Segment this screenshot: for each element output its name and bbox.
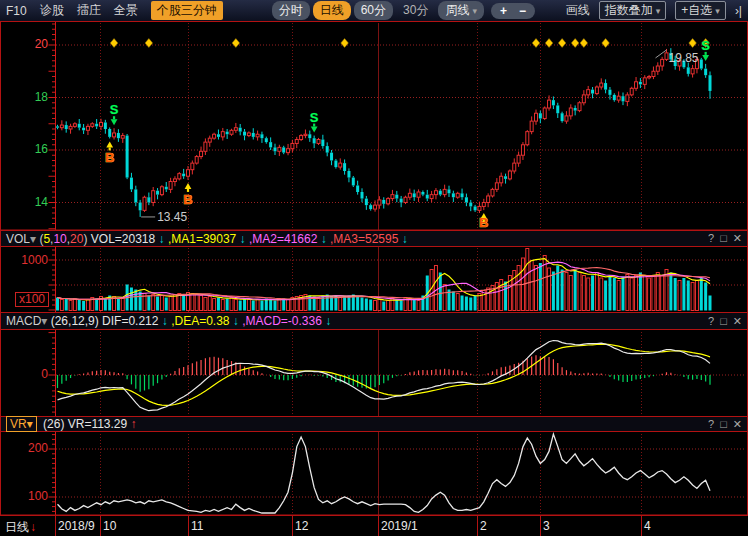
collapse-panel-icon[interactable]: ›| [735,4,742,18]
chart-canvas: BSBSBS13.4519.85 [0,0,748,536]
macd-layer [58,341,711,411]
macd-header-segment: ,MACD=-0.336 [242,314,322,328]
add-watchlist-label: +自选 [681,3,712,17]
buy-arrow-icon [185,183,192,189]
vol-header-icons: ?□✕ [702,232,742,245]
tab-intraday[interactable]: 分时 [272,1,310,20]
sell-signal-marker: S [701,38,710,53]
chevron-down-icon: ▾ [715,6,720,16]
draw-line-button[interactable]: 画线 [566,2,590,19]
sell-arrow-icon [702,55,709,61]
date-axis-separator [641,516,642,536]
event-diamond-icon [145,39,153,48]
tab-30min[interactable]: 30分 [396,1,435,20]
menu-overview[interactable]: 全景 [114,2,138,19]
vr-layer [58,434,711,513]
period-indicator[interactable]: 日线↓ [5,519,36,536]
macd-header-segment: ↓ [322,314,331,328]
tab-daily[interactable]: 日线 [313,1,351,20]
buy-signal-marker: B [479,215,488,230]
zoom-in-button[interactable]: + [500,4,507,18]
vr-indicator-selector[interactable]: VR▾ (26) VR=113.29 ↑ [6,417,137,431]
help-icon[interactable]: ? [708,232,714,244]
maximize-icon[interactable]: □ [720,315,727,327]
date-tick-label: 2018/9 [58,519,95,533]
vol-indicator-selector[interactable]: VOL▾ (5,10,20) VOL=20318 ↓ ,MA1=39037 ↓ … [6,232,408,246]
date-axis-separator [540,516,541,536]
vol-header-segment: VOL=20318 [91,232,155,246]
date-tick-label: 11 [191,519,203,533]
vol-header-segment: ↓ [155,232,168,246]
zoom-out-button[interactable]: − [519,4,526,18]
date-axis-separator [188,516,189,536]
macd-header-icons: ?□✕ [702,315,742,328]
vol-header-segment: ,MA3=52595 [330,232,398,246]
zoom-button-group: +− [491,3,535,19]
date-axis-separator [378,516,379,536]
macd-indicator-selector[interactable]: MACD▾ (26,12,9) DIF=0.212 ↓ ,DEA=0.38 ↓ … [6,314,331,328]
annotations-layer: BSBSBS13.4519.85 [105,38,710,230]
vol-header-segment: ) [83,232,90,246]
date-tick-label: 3 [543,519,550,533]
event-diamond-icon [532,39,540,48]
macd-header-segment: (26,12,9) [51,314,102,328]
vol-header-segment: ,MA2=41662 [249,232,317,246]
index-overlay-button[interactable]: 指数叠加▾ [599,1,667,20]
macd-header-segment: ,DEA=0.38 [171,314,229,328]
period-tab-group: 分时 日线 60分 30分 周线▾ +− [272,1,535,20]
toolbar-right-group: 画线 指数叠加▾ +自选▾ ›| [566,1,742,20]
volume-bars-layer [56,249,712,311]
macd-header-segment: ▾ [41,314,50,328]
menu-f10[interactable]: F10 [6,4,27,18]
macd-header-segment: ↓ [230,314,243,328]
event-diamond-icon [232,39,240,48]
sell-signal-marker: S [110,102,119,117]
date-tick-label: 2019/1 [381,519,418,533]
vol-header-segment: ↓ [236,232,249,246]
menu-leizhuang[interactable]: 擂庄 [77,2,101,19]
vr-header-segment: VR=113.29 [68,417,128,431]
high-price-tag: 19.85 [669,51,699,65]
buy-signal-marker: B [183,192,192,207]
volume-ma-lines [58,259,711,301]
menu-diagnose-stock[interactable]: 诊股 [40,2,64,19]
tab-60min[interactable]: 60分 [354,1,393,20]
date-axis-separator [292,516,293,536]
add-watchlist-button[interactable]: +自选▾ [675,1,726,20]
close-icon[interactable]: ✕ [733,418,742,430]
vr-header-segment[interactable]: VR▾ [6,416,37,432]
event-diamond-icon [580,39,588,48]
event-diamond-icon [689,39,697,48]
vol-header-segment: ,MA1=39037 [168,232,236,246]
vol-header-segment: ↓ [317,232,330,246]
vr-panel-header: VR▾ (26) VR=113.29 ↑ ?□✕ [0,416,748,432]
date-axis-separator [55,516,56,536]
tab-weekly-label: 周线 [445,3,469,17]
help-icon[interactable]: ? [708,315,714,327]
grid-layer [56,23,746,515]
low-price-tag: 13.45 [157,210,187,224]
stock-3min-button[interactable]: 个股三分钟 [151,1,223,20]
macd-header-segment: ↓ [158,314,171,328]
date-tick-label: 4 [644,519,651,533]
event-diamond-icon [341,39,349,48]
vol-header-segment: ↓ [398,232,407,246]
date-axis-separator [100,516,101,536]
event-diamond-icon [545,39,553,48]
tab-weekly[interactable]: 周线▾ [438,1,484,20]
maximize-icon[interactable]: □ [720,418,727,430]
vr-header-icons: ?□✕ [702,418,742,431]
sell-signal-marker: S [310,110,319,125]
buy-signal-marker: B [105,150,114,165]
macd-header-segment: DIF=0.212 [102,314,158,328]
macd-header-segment: MACD [6,314,41,328]
stock-app-window: F10 诊股 擂庄 全景 个股三分钟 分时 日线 60分 30分 周线▾ +− … [0,0,748,536]
close-icon[interactable]: ✕ [733,232,742,244]
chevron-down-icon: ▾ [656,6,661,16]
date-axis: 日线↓2018/91011122019/1234 [0,515,748,536]
help-icon[interactable]: ? [708,418,714,430]
vol-header-segment: 10 [53,232,66,246]
close-icon[interactable]: ✕ [733,315,742,327]
maximize-icon[interactable]: □ [720,232,727,244]
date-axis-separator [477,516,478,536]
